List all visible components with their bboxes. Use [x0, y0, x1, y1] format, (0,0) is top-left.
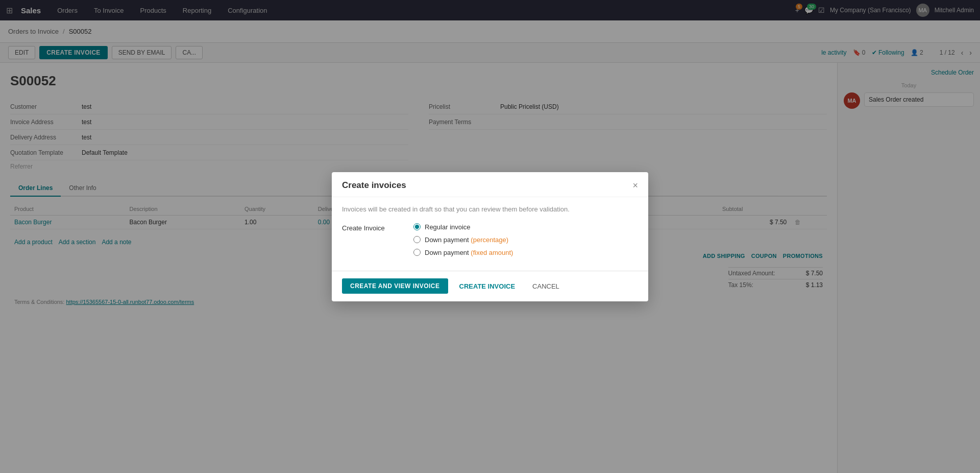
- radio-regular-input[interactable]: [413, 223, 421, 230]
- modal-subtitle: Invoices will be created in draft so tha…: [342, 205, 638, 213]
- cancel-modal-button[interactable]: CANCEL: [526, 278, 566, 294]
- radio-down-pct-input[interactable]: [413, 236, 421, 243]
- modal-title: Create invoices: [342, 180, 406, 191]
- modal-form-label: Create Invoice: [342, 223, 403, 232]
- radio-down-fixed-label: Down payment (fixed amount): [425, 249, 513, 256]
- radio-down-pct-label: Down payment (percentage): [425, 236, 508, 244]
- radio-regular-label: Regular invoice: [425, 223, 471, 231]
- invoice-type-group: Regular invoice Down payment (percentage…: [413, 223, 513, 256]
- radio-down-pct[interactable]: Down payment (percentage): [413, 236, 513, 244]
- create-view-invoice-button[interactable]: CREATE AND VIEW INVOICE: [342, 278, 448, 294]
- modal-overlay[interactable]: Create invoices × Invoices will be creat…: [0, 0, 980, 473]
- radio-regular[interactable]: Regular invoice: [413, 223, 513, 231]
- radio-down-fixed[interactable]: Down payment (fixed amount): [413, 249, 513, 256]
- modal-close-button[interactable]: ×: [632, 181, 638, 190]
- create-invoices-modal: Create invoices × Invoices will be creat…: [332, 172, 648, 301]
- radio-down-fixed-input[interactable]: [413, 249, 421, 256]
- create-invoice-modal-button[interactable]: CREATE INVOICE: [453, 278, 522, 294]
